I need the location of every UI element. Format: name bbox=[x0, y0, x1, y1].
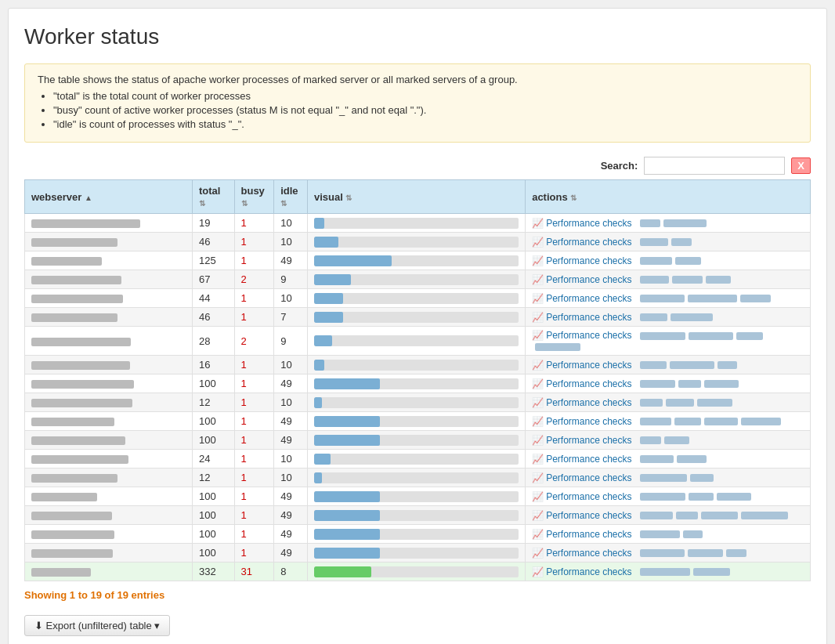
showing-suffix: entries bbox=[128, 589, 164, 601]
cell-total: 24 bbox=[193, 450, 235, 469]
export-button[interactable]: ⬇ Export (unfiltered) table ▾ bbox=[24, 615, 170, 636]
col-header-total[interactable]: total bbox=[193, 180, 235, 214]
extra-link-blurred[interactable] bbox=[640, 493, 685, 501]
visual-bar-fill bbox=[314, 566, 371, 577]
search-input[interactable] bbox=[644, 157, 785, 175]
extra-link-blurred[interactable] bbox=[671, 313, 713, 321]
extra-link-blurred[interactable] bbox=[741, 418, 781, 425]
performance-checks-link[interactable]: 📈Performance checks bbox=[532, 529, 631, 540]
extra-link-blurred[interactable] bbox=[689, 493, 714, 501]
performance-checks-link[interactable]: 📈Performance checks bbox=[532, 454, 631, 465]
extra-link-blurred[interactable] bbox=[704, 380, 739, 388]
extra-link-blurred[interactable] bbox=[690, 474, 714, 482]
perf-link-text: Performance checks bbox=[546, 397, 631, 408]
performance-checks-link[interactable]: 📈Performance checks bbox=[532, 566, 631, 577]
extra-link-blurred[interactable] bbox=[740, 295, 771, 302]
performance-checks-link[interactable]: 📈Performance checks bbox=[532, 416, 631, 427]
extra-link-blurred[interactable] bbox=[640, 418, 671, 425]
extra-link-blurred[interactable] bbox=[640, 332, 685, 340]
extra-link-blurred[interactable] bbox=[670, 361, 714, 369]
performance-checks-link[interactable]: 📈Performance checks bbox=[532, 360, 631, 371]
performance-checks-link[interactable]: 📈Performance checks bbox=[532, 510, 631, 521]
extra-link-blurred[interactable] bbox=[688, 295, 737, 302]
extra-link-blurred[interactable] bbox=[640, 399, 663, 407]
extra-link-blurred[interactable] bbox=[640, 276, 669, 284]
extra-link-blurred[interactable] bbox=[640, 512, 673, 519]
cell-total: 12 bbox=[193, 469, 235, 487]
extra-link-blurred[interactable] bbox=[701, 512, 738, 519]
extra-links bbox=[637, 255, 701, 266]
col-header-visual[interactable]: visual bbox=[307, 180, 525, 214]
col-header-idle[interactable]: idle bbox=[274, 180, 308, 214]
extra-link-blurred[interactable] bbox=[640, 568, 690, 576]
extra-link-blurred[interactable] bbox=[688, 549, 723, 557]
performance-checks-link[interactable]: 📈Performance checks bbox=[532, 378, 631, 389]
extra-link-blurred[interactable] bbox=[689, 332, 733, 340]
table-row: server-1412110📈Performance checks bbox=[25, 469, 811, 487]
extra-link-blurred[interactable] bbox=[717, 493, 751, 501]
performance-checks-link[interactable]: 📈Performance checks bbox=[532, 312, 631, 323]
performance-checks-link[interactable]: 📈Performance checks bbox=[532, 274, 631, 285]
extra-link-blurred[interactable] bbox=[640, 436, 661, 444]
chart-icon: 📈 bbox=[532, 566, 544, 577]
extra-link-blurred[interactable] bbox=[535, 343, 580, 351]
performance-checks-link[interactable]: 📈Performance checks bbox=[532, 330, 631, 341]
extra-link-blurred[interactable] bbox=[706, 276, 731, 284]
extra-link-blurred[interactable] bbox=[726, 549, 746, 557]
extra-link-blurred[interactable] bbox=[671, 238, 692, 246]
extra-link-blurred[interactable] bbox=[640, 295, 685, 302]
extra-link-blurred[interactable] bbox=[640, 549, 685, 557]
extra-links bbox=[637, 312, 713, 323]
extra-link-blurred[interactable] bbox=[640, 313, 667, 321]
extra-link-blurred[interactable] bbox=[640, 530, 680, 538]
performance-checks-link[interactable]: 📈Performance checks bbox=[532, 255, 631, 266]
extra-link-blurred[interactable] bbox=[718, 361, 737, 369]
performance-checks-link[interactable]: 📈Performance checks bbox=[532, 491, 631, 502]
extra-link-blurred[interactable] bbox=[640, 238, 668, 246]
extra-link-blurred[interactable] bbox=[736, 332, 763, 340]
cell-webserver: server-05 bbox=[25, 289, 193, 308]
extra-link-blurred[interactable] bbox=[640, 219, 660, 227]
extra-link-blurred[interactable] bbox=[674, 418, 701, 425]
visual-bar-fill bbox=[314, 360, 324, 371]
extra-link-blurred[interactable] bbox=[697, 399, 732, 407]
extra-link-blurred[interactable] bbox=[704, 418, 738, 425]
extra-link-blurred[interactable] bbox=[741, 512, 788, 519]
col-header-busy[interactable]: busy bbox=[234, 180, 274, 214]
performance-checks-link[interactable]: 📈Performance checks bbox=[532, 397, 631, 408]
extra-link-blurred[interactable] bbox=[640, 474, 687, 482]
performance-checks-link[interactable]: 📈Performance checks bbox=[532, 218, 631, 229]
extra-link-blurred[interactable] bbox=[693, 568, 730, 576]
extra-link-blurred[interactable] bbox=[676, 512, 698, 519]
cell-actions: 📈Performance checks bbox=[526, 393, 811, 412]
extra-link-blurred[interactable] bbox=[677, 455, 707, 463]
col-header-actions[interactable]: actions bbox=[526, 180, 811, 214]
extra-link-blurred[interactable] bbox=[640, 455, 674, 463]
cell-visual bbox=[307, 544, 525, 563]
performance-checks-link[interactable]: 📈Performance checks bbox=[532, 293, 631, 304]
cell-busy: 1 bbox=[234, 233, 274, 251]
extra-link-blurred[interactable] bbox=[640, 361, 667, 369]
performance-checks-link[interactable]: 📈Performance checks bbox=[532, 548, 631, 559]
cell-webserver: server-11 bbox=[25, 412, 193, 431]
performance-checks-link[interactable]: 📈Performance checks bbox=[532, 435, 631, 446]
extra-link-blurred[interactable] bbox=[666, 399, 694, 407]
extra-link-blurred[interactable] bbox=[675, 257, 701, 265]
extra-link-blurred[interactable] bbox=[672, 276, 703, 284]
col-header-webserver[interactable]: webserver bbox=[25, 180, 193, 214]
extra-link-blurred[interactable] bbox=[640, 380, 675, 388]
showing-row: Showing 1 to 19 of 19 entries bbox=[24, 589, 811, 601]
info-item-3: "idle" is count of processes with status… bbox=[53, 118, 797, 130]
extra-link-blurred[interactable] bbox=[663, 219, 707, 227]
clear-search-button[interactable]: X bbox=[791, 157, 811, 174]
performance-checks-link[interactable]: 📈Performance checks bbox=[532, 472, 631, 483]
visual-bar-fill bbox=[314, 416, 380, 427]
extra-link-blurred[interactable] bbox=[678, 380, 701, 388]
extra-link-blurred[interactable] bbox=[664, 436, 689, 444]
cell-visual bbox=[307, 214, 525, 233]
cell-webserver: server-17 bbox=[25, 525, 193, 544]
extra-link-blurred[interactable] bbox=[640, 257, 672, 265]
performance-checks-link[interactable]: 📈Performance checks bbox=[532, 237, 631, 248]
extra-link-blurred[interactable] bbox=[683, 530, 703, 538]
visual-bar-fill bbox=[314, 335, 333, 346]
